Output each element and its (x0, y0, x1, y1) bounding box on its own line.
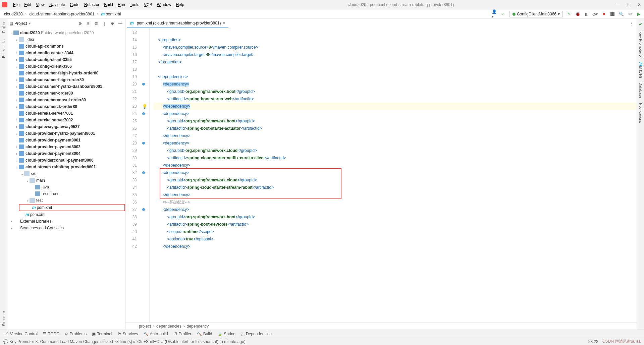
menu-window[interactable]: Window (155, 1, 174, 8)
tree-module[interactable]: cloud-provider-hystrix-payment8001 (7, 130, 125, 137)
tree-open-module[interactable]: cloud-stream-rabbitmq-provider8801 (7, 164, 125, 170)
code-line[interactable]: <properties> (154, 36, 637, 44)
tree-root[interactable]: cloud2020 E:\idea-workspace\cloud2020 (7, 30, 125, 36)
code-line[interactable]: <artifactId>spring-cloud-starter-stream-… (154, 184, 637, 191)
settings-icon[interactable]: ⚙ (627, 11, 633, 17)
build-hammer-icon[interactable]: ⤺ (500, 11, 506, 17)
collapse-all-icon[interactable]: ≣ (94, 21, 99, 26)
locate-icon[interactable]: ⊕ (77, 21, 83, 26)
crumb-dep[interactable]: dependency (187, 324, 209, 329)
crumb-project[interactable]: cloud2020 (3, 11, 24, 17)
tree-module[interactable]: cloud-config-client-3355 (7, 56, 125, 63)
gear-icon[interactable]: ⚙ (110, 21, 115, 26)
code-line[interactable]: <groupId>org.springframework.cloud</grou… (154, 176, 637, 184)
event-log-icon[interactable]: 💬 (3, 339, 8, 344)
code-line[interactable]: <artifactId>spring-boot-devtools</artifa… (154, 221, 637, 228)
crumb-file[interactable]: mpom.xml (100, 11, 122, 17)
code-line[interactable]: </dependency> (154, 191, 637, 198)
menu-code[interactable]: Code (67, 1, 82, 8)
code-line[interactable]: <groupId>org.springframework.boot</group… (154, 88, 637, 95)
menu-file[interactable]: File (11, 1, 22, 8)
menu-help[interactable]: Help (173, 1, 186, 8)
tree-module[interactable]: cloud-provider-payment8002 (7, 143, 125, 150)
tree-module[interactable]: cloud-eureka-server7002 (7, 117, 125, 123)
tree-test[interactable]: test (7, 197, 125, 204)
hide-icon[interactable]: — (118, 21, 123, 26)
tool-project[interactable]: Project (2, 21, 6, 33)
code-line[interactable]: <artifactId>spring-cloud-starter-netflix… (154, 154, 637, 162)
crumb-deps[interactable]: dependencies (156, 324, 181, 329)
maximize-icon[interactable]: ❐ (626, 2, 631, 7)
code-line[interactable] (154, 29, 637, 36)
tree-main[interactable]: main (7, 177, 125, 184)
code-line[interactable]: </properties> (154, 58, 637, 66)
tree-resources[interactable]: resources (7, 190, 125, 197)
code-line[interactable]: <artifactId>spring-boot-starter-web</art… (154, 95, 637, 103)
tree-module[interactable]: cloud-eureka-server7001 (7, 110, 125, 117)
tree-module[interactable]: cloud-config-center-3344 (7, 50, 125, 56)
minimize-icon[interactable]: — (615, 2, 621, 7)
tree-external-libraries[interactable]: External Libraries (7, 218, 125, 225)
bottom-tool-version-control[interactable]: ⎇Version Control (4, 332, 38, 336)
bottom-tool-problems[interactable]: ⊘Problems (65, 332, 87, 336)
code-line[interactable]: <dependency> (154, 110, 637, 117)
tree-scratches[interactable]: Scratches and Consoles (7, 225, 125, 231)
code-line[interactable]: </dependency> (154, 103, 637, 110)
bottom-tool-terminal[interactable]: ▣Terminal (92, 332, 112, 336)
chevron-down-icon[interactable]: ▼ (28, 22, 31, 25)
bottom-tool-dependencies[interactable]: ⬚Dependencies (241, 332, 272, 336)
tree-module[interactable]: cloud-consumer-feign-hystrix-order80 (7, 70, 125, 76)
bottom-tool-profiler[interactable]: ⏱Profiler (173, 332, 192, 336)
search-icon[interactable]: 🔍 (619, 11, 624, 17)
menu-build[interactable]: Build (102, 1, 115, 8)
code-line[interactable]: <!--基础配置--> (154, 198, 637, 206)
tool-maven[interactable]: mMaven (638, 62, 643, 78)
bottom-tool-todo[interactable]: ☰TODO (43, 332, 59, 336)
tree-src[interactable]: src (7, 170, 125, 177)
bottom-tool-services[interactable]: ⚑Services (118, 332, 138, 336)
bottom-tool-auto-build[interactable]: 🔨Auto-build (144, 332, 168, 336)
menu-refactor[interactable]: Refactor (82, 1, 102, 8)
code-line[interactable]: <dependency> (154, 169, 637, 176)
code-line[interactable]: <scope>runtime</scope> (154, 228, 637, 235)
tree-module[interactable]: cloud-consumer-feign-order80 (7, 76, 125, 83)
tree-module[interactable]: cloud-gateway-gateway9527 (7, 123, 125, 130)
close-icon[interactable]: ✕ (637, 2, 642, 7)
tree-module[interactable]: cloud-api-commons (7, 43, 125, 50)
code-line[interactable]: <groupId>org.springframework.cloud</grou… (154, 147, 637, 154)
tool-notifications[interactable]: Notifications (639, 103, 643, 123)
tab-more-icon[interactable]: ⋮ (629, 21, 637, 26)
bottom-tool-spring[interactable]: 🍃Spring (217, 332, 235, 336)
crumb-root[interactable]: project (139, 324, 151, 329)
code-line[interactable]: </dependency> (154, 243, 637, 250)
code-line[interactable]: <maven.compiler.source>8</maven.compiler… (154, 44, 637, 51)
tree-module[interactable]: cloud-consumer-hystrix-dashboard9001 (7, 83, 125, 90)
menu-tools[interactable]: Tools (127, 1, 142, 8)
editor-body[interactable]: 1314151617181920212223242526272829303132… (125, 28, 637, 322)
tree-module[interactable]: cloud-provider-payment8004 (7, 150, 125, 157)
debug-icon[interactable]: 🐞 (575, 11, 580, 17)
tool-database[interactable]: Database (639, 82, 643, 98)
run-config-combo[interactable]: ⬣ ConfigClientMain3366 ▾ (509, 11, 563, 17)
code-content[interactable]: <properties> <maven.compiler.source>8</m… (150, 28, 637, 322)
code-line[interactable]: <groupId>org.springframework.boot</group… (154, 117, 637, 125)
tab-close-icon[interactable]: × (223, 21, 225, 25)
tree-idea[interactable]: .idea (7, 36, 125, 43)
translate-icon[interactable]: 🅰 (610, 11, 615, 17)
profile-icon[interactable]: ◔▾ (592, 11, 598, 17)
tree-module[interactable]: cloud-config-client-3366 (7, 63, 125, 70)
code-line[interactable]: <dependency> (154, 80, 637, 88)
tree-pom-selected[interactable]: mpom.xml (19, 204, 125, 211)
code-line[interactable]: <artifactId>spring-boot-starter-actuator… (154, 125, 637, 132)
tree-module[interactable]: cloud-consumerconsul-order80 (7, 97, 125, 103)
crumb-module[interactable]: cloud-stream-rabbitmq-provider8801 (28, 11, 96, 17)
tree-module[interactable]: cloud-provider-payment8001 (7, 137, 125, 143)
tree-module[interactable]: cloud-consumerzk-order80 (7, 103, 125, 110)
menu-edit[interactable]: Edit (22, 1, 34, 8)
tree-module[interactable]: cloud-providerconsul-payment8006 (7, 157, 125, 164)
expand-all-icon[interactable]: ≡ (86, 21, 91, 26)
tool-bookmarks[interactable]: Bookmarks (2, 40, 6, 58)
menu-vcs[interactable]: VCS (142, 1, 155, 8)
code-line[interactable]: <optional>true</optional> (154, 235, 637, 243)
tab-pom-xml[interactable]: m pom.xml (cloud-stream-rabbitmq-provide… (127, 19, 228, 27)
